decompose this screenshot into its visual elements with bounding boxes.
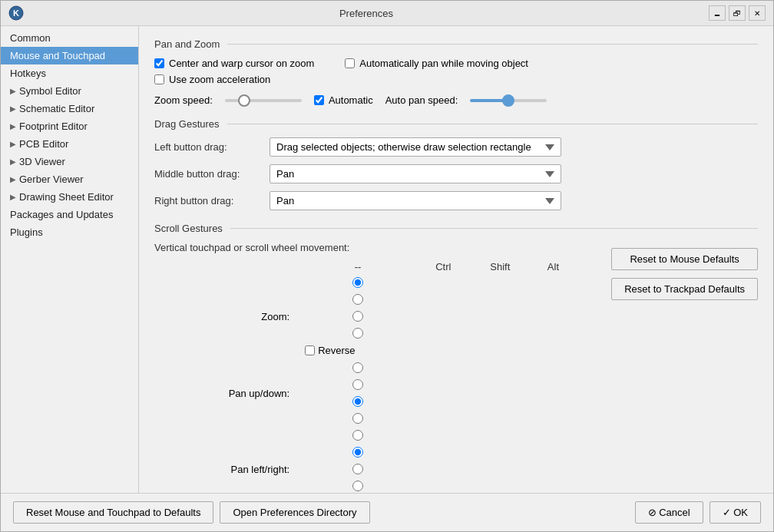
sidebar-label-gerber-viewer: Gerber Viewer bbox=[19, 173, 84, 185]
automatic-checkbox[interactable] bbox=[314, 95, 324, 105]
table-row: Zoom: bbox=[154, 274, 599, 359]
maximize-button[interactable]: 🗗 bbox=[729, 5, 746, 21]
right-button-drag-row: Right button drag: Pan Drag selected obj… bbox=[154, 191, 758, 210]
zoom-reverse-checkbox[interactable] bbox=[305, 345, 315, 355]
right-button-drag-select[interactable]: Pan Drag selected objects; otherwise dra… bbox=[270, 191, 561, 210]
reset-trackpad-defaults-button[interactable]: Reset to Trackpad Defaults bbox=[611, 278, 758, 300]
chevron-icon: ▶ bbox=[10, 122, 16, 131]
pan-zoom-section: Pan and Zoom Center and warp cursor on z… bbox=[154, 38, 758, 106]
auto-pan-checkbox[interactable] bbox=[345, 58, 355, 68]
section-divider bbox=[227, 124, 758, 124]
sidebar-label-3d-viewer: 3D Viewer bbox=[19, 156, 65, 167]
zoom-ctrl-radio[interactable] bbox=[352, 294, 363, 305]
zoom-default-radio[interactable] bbox=[352, 277, 363, 288]
panupdown-ctrl-radio[interactable] bbox=[352, 379, 363, 390]
zoom-speed-slider[interactable] bbox=[225, 99, 302, 102]
footer-left: Reset Mouse and Touchpad to Defaults Ope… bbox=[13, 501, 635, 524]
zoom-shift-radio[interactable] bbox=[352, 311, 363, 322]
section-divider bbox=[227, 44, 758, 45]
open-preferences-directory-button[interactable]: Open Preferences Directory bbox=[220, 501, 369, 524]
zoom-default-cell bbox=[299, 274, 417, 291]
panupdown-empty-cell bbox=[417, 359, 469, 427]
sidebar-item-pcb-editor[interactable]: ▶ PCB Editor bbox=[1, 135, 138, 153]
auto-pan-label[interactable]: Automatically pan while moving object bbox=[359, 58, 528, 69]
content-area: Common Mouse and Touchpad Hotkeys ▶ Symb… bbox=[1, 26, 773, 493]
footer-right: ⊘ Cancel ✓ OK bbox=[635, 501, 761, 524]
reset-mouse-defaults-button[interactable]: Reset to Mouse Defaults bbox=[611, 248, 758, 270]
sidebar-item-drawing-sheet-editor[interactable]: ▶ Drawing Sheet Editor bbox=[1, 188, 138, 206]
chevron-icon: ▶ bbox=[10, 140, 16, 148]
panleftright-shift-radio[interactable] bbox=[352, 464, 363, 474]
auto-pan-speed-slider[interactable] bbox=[470, 99, 547, 102]
panleftright-shift-cell bbox=[299, 461, 417, 477]
middle-button-drag-row: Middle button drag: Pan Drag selected ob… bbox=[154, 164, 758, 183]
panupdown-ctrl-cell bbox=[299, 376, 417, 393]
svg-text:K: K bbox=[13, 8, 19, 18]
sidebar-item-symbol-editor[interactable]: ▶ Symbol Editor bbox=[1, 82, 138, 100]
automatic-label[interactable]: Automatic bbox=[329, 94, 373, 106]
sidebar-item-gerber-viewer[interactable]: ▶ Gerber Viewer bbox=[1, 170, 138, 188]
minimize-button[interactable]: 🗕 bbox=[709, 5, 726, 21]
center-warp-row: Center and warp cursor on zoom bbox=[154, 58, 314, 69]
panupdown-shift-radio[interactable] bbox=[352, 396, 363, 407]
reset-mouse-touchpad-button[interactable]: Reset Mouse and Touchpad to Defaults bbox=[13, 501, 213, 524]
zoom-speed-label: Zoom speed: bbox=[154, 94, 213, 106]
col-empty bbox=[154, 259, 299, 274]
left-button-drag-select[interactable]: Drag selected objects; otherwise draw se… bbox=[270, 137, 561, 157]
zoom-accel-label[interactable]: Use zoom acceleration bbox=[169, 74, 270, 85]
panupdown-shift-cell bbox=[299, 393, 417, 410]
close-button[interactable]: ✕ bbox=[749, 5, 766, 21]
chevron-icon: ▶ bbox=[10, 175, 16, 183]
sidebar-item-packages-updates[interactable]: Packages and Updates bbox=[1, 206, 138, 223]
middle-button-drag-select[interactable]: Pan Drag selected objects; otherwise dra… bbox=[270, 164, 561, 183]
zoom-reverse-cell: Reverse bbox=[299, 342, 417, 359]
cancel-button[interactable]: ⊘ Cancel bbox=[635, 501, 703, 524]
zoom-speed-row: Zoom speed: Automatic Auto pan speed: bbox=[154, 94, 758, 106]
main-content: Pan and Zoom Center and warp cursor on z… bbox=[139, 26, 773, 493]
zoom-accel-checkbox[interactable] bbox=[154, 74, 164, 84]
chevron-icon: ▶ bbox=[10, 87, 16, 95]
center-warp-label[interactable]: Center and warp cursor on zoom bbox=[169, 58, 314, 69]
zoom-accel-row: Use zoom acceleration bbox=[154, 74, 314, 85]
zoom-alt-radio[interactable] bbox=[352, 328, 363, 339]
zoom-ctrl-cell bbox=[299, 291, 417, 308]
panleftright-ctrl-radio[interactable] bbox=[352, 447, 363, 458]
panupdown-default-radio[interactable] bbox=[352, 362, 363, 373]
sidebar-item-common[interactable]: Common bbox=[1, 29, 138, 47]
panupdown-default-cell bbox=[299, 359, 417, 376]
sidebar-label-pcb-editor: PCB Editor bbox=[19, 138, 68, 150]
col-shift-header: Shift bbox=[470, 259, 531, 274]
sidebar-item-hotkeys[interactable]: Hotkeys bbox=[1, 64, 138, 82]
panleftright-default-radio[interactable] bbox=[352, 430, 363, 441]
panleftright-alt-radio[interactable] bbox=[352, 481, 363, 491]
sidebar-item-mouse-touchpad[interactable]: Mouse and Touchpad bbox=[1, 47, 138, 64]
ok-button[interactable]: ✓ OK bbox=[710, 501, 761, 524]
left-button-drag-row: Left button drag: Drag selected objects;… bbox=[154, 137, 758, 157]
sidebar-label-hotkeys: Hotkeys bbox=[10, 68, 46, 79]
preferences-window: K Preferences 🗕 🗗 ✕ Common Mouse and Tou… bbox=[0, 0, 774, 532]
center-warp-checkbox[interactable] bbox=[154, 58, 164, 68]
middle-button-drag-label: Middle button drag: bbox=[154, 168, 270, 180]
sidebar-item-footprint-editor[interactable]: ▶ Footprint Editor bbox=[1, 117, 138, 135]
pan-updown-row-label: Pan up/down: bbox=[154, 359, 299, 427]
sidebar-label-plugins: Plugins bbox=[10, 226, 43, 238]
panleftright-alt-cell bbox=[299, 477, 417, 493]
scroll-gestures-title: Scroll Gestures bbox=[154, 223, 223, 234]
col-reverse-header bbox=[576, 259, 599, 274]
scroll-table: -- Ctrl Shift Alt Zoom: bbox=[154, 259, 599, 493]
sidebar-item-3d-viewer[interactable]: ▶ 3D Viewer bbox=[1, 153, 138, 170]
panleftright-ctrl-cell bbox=[299, 444, 417, 461]
footer: Reset Mouse and Touchpad to Defaults Ope… bbox=[1, 493, 773, 531]
panupdown-alt-radio[interactable] bbox=[352, 413, 363, 424]
scroll-gestures-section: Scroll Gestures Vertical touchpad or scr… bbox=[154, 223, 758, 493]
sidebar: Common Mouse and Touchpad Hotkeys ▶ Symb… bbox=[1, 26, 139, 493]
pan-zoom-header: Pan and Zoom bbox=[154, 38, 758, 50]
col-alt-header: Alt bbox=[531, 259, 576, 274]
window-controls: 🗕 🗗 ✕ bbox=[709, 5, 766, 21]
panleftright-default-cell bbox=[299, 427, 417, 444]
auto-pan-speed-label: Auto pan speed: bbox=[385, 94, 458, 106]
sidebar-item-plugins[interactable]: Plugins bbox=[1, 223, 138, 241]
zoom-reverse-label[interactable]: Reverse bbox=[318, 345, 355, 356]
drag-gestures-title: Drag Gestures bbox=[154, 118, 220, 130]
sidebar-item-schematic-editor[interactable]: ▶ Schematic Editor bbox=[1, 100, 138, 117]
